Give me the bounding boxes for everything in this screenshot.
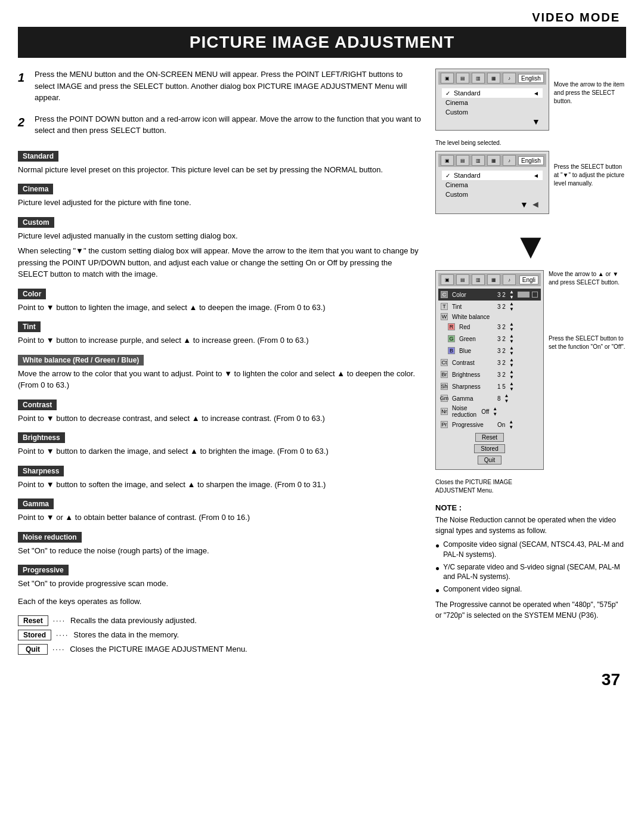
ui-row-contrast: Ct Contrast 3 2 ▲▼	[438, 357, 541, 368]
ui-icon-1b: ▤	[456, 73, 469, 83]
step-2: 2 Press the POINT DOWN button and a red-…	[18, 113, 421, 139]
ui-item-standard-2: ✓ Standard ◄	[442, 171, 543, 180]
label-color: Color	[18, 289, 46, 299]
ui-row-gamma: Gm Gamma 8 ▲▼	[438, 392, 541, 404]
bullet-text-1: Composite video signal (SECAM, NTSC4.43,…	[443, 540, 626, 560]
ui-row-progressive: Pr Progressive On ▲▼	[438, 419, 541, 431]
label-tint: Tint	[18, 321, 41, 332]
bullet-1: ● Composite video signal (SECAM, NTSC4.4…	[435, 540, 626, 560]
ui-icon-2a: ▣	[441, 155, 454, 166]
label-contrast: Contrast	[18, 400, 57, 410]
key-row-stored: Stored ···· Stores the data in the memor…	[18, 630, 421, 640]
ui-box-2: ▣ ▤ ▥ ▦ ♪ English ✓ Standard ◄ Cinema Cu…	[435, 151, 549, 214]
ui-lang-2: English	[518, 156, 544, 165]
text-cinema: Picture level adjusted for the picture w…	[18, 197, 421, 209]
ui-icon-3b: ▤	[456, 274, 469, 285]
bullet-text-3: Component video signal.	[443, 584, 522, 596]
annotation-onoff-text: Press the SELECT button to set the funct…	[549, 335, 626, 351]
text-tint: Point to ▼ button to increase purple, an…	[18, 335, 421, 346]
key-row-quit: Quit ···· Closes the PICTURE IMAGE ADJUS…	[18, 644, 421, 655]
dots-stored: ····	[56, 631, 69, 639]
ui-quit-btn[interactable]: Quit	[478, 456, 501, 465]
ui-item-standard-1: ✓ Standard ◄	[442, 88, 543, 98]
text-noise-reduction: Set "On" to reduce the noise (rough part…	[18, 545, 421, 557]
video-mode-title: VIDEO MODE	[532, 11, 620, 24]
ui-item-custom-2: Custom	[442, 190, 543, 199]
ui-row-tint: T Tint 3 2 ▲▼	[438, 301, 541, 312]
label-cinema: Cinema	[18, 184, 53, 194]
caption-box1: The level being selected.	[435, 139, 549, 147]
section-brightness: Brightness Point to ▼ button to darken t…	[18, 428, 421, 457]
ui-menu-2: ✓ Standard ◄ Cinema Custom ▼ ◄	[438, 169, 546, 211]
stored-button[interactable]: Stored	[18, 630, 51, 640]
ui-icon-3c: ▥	[472, 274, 485, 285]
section-sharpness: Sharpness Point to ▼ button to soften th…	[18, 461, 421, 491]
ui-icon-3e: ♪	[503, 274, 516, 285]
ui-icon-2e: ♪	[503, 155, 516, 166]
main-title: PICTURE IMAGE ADJUSTMENT	[18, 27, 626, 58]
section-tint: Tint Point to ▼ button to increase purpl…	[18, 317, 421, 346]
ui-box-3: ▣ ▤ ▥ ▦ ♪ Engli C Color 3 2 ▲▼	[435, 270, 544, 470]
ui-menubar-2: ▣ ▤ ▥ ▦ ♪ English	[438, 154, 546, 167]
ui-row-wb-header: W White balance	[438, 312, 541, 321]
right-column: ▣ ▤ ▥ ▦ ♪ English ✓ Standard ◄ Cinema Cu…	[435, 69, 626, 658]
quit-button[interactable]: Quit	[18, 644, 48, 655]
each-operates-text: Each of the keys operates as follow.	[18, 597, 421, 606]
text-brightness: Point to ▼ button to darken the image, a…	[18, 445, 421, 457]
bullet-3: ● Component video signal.	[435, 584, 626, 596]
step-1-text: Press the MENU button and the ON-SCREEN …	[35, 69, 421, 104]
label-custom: Custom	[18, 217, 54, 228]
ui-icon-1e: ♪	[503, 73, 516, 83]
ui-icon-2d: ▦	[487, 155, 500, 166]
reset-desc: Recalls the data previously adjusted.	[70, 616, 197, 625]
text-color: Point to ▼ button to lighten the image, …	[18, 302, 421, 314]
section-cinema: Cinema Picture level adjusted for the pi…	[18, 179, 421, 209]
down-arrow-icon: ▼	[513, 228, 548, 264]
ui-row-blue: B Blue 3 2 ▲▼	[438, 345, 541, 357]
ui-box-1: ▣ ▤ ▥ ▦ ♪ English ✓ Standard ◄ Cinema Cu…	[435, 69, 549, 147]
key-rows: Reset ···· Recalls the data previously a…	[18, 615, 421, 655]
bullet-dot-3: ●	[435, 586, 439, 596]
bullet-2: ● Y/C separate video and S-video signal …	[435, 562, 626, 583]
label-progressive: Progressive	[18, 565, 69, 575]
ui-row-sharpness: Sh Sharpness 1 5 ▲▼	[438, 380, 541, 392]
ui-lang-1: English	[518, 74, 544, 83]
label-standard: Standard	[18, 151, 58, 162]
ui-menubar-3: ▣ ▤ ▥ ▦ ♪ Engli	[438, 273, 541, 286]
label-sharpness: Sharpness	[18, 466, 64, 476]
ui-box-2-wrapper: ▣ ▤ ▥ ▦ ♪ English ✓ Standard ◄ Cinema Cu…	[435, 151, 549, 222]
note-section: NOTE : The Noise Reduction cannot be ope…	[435, 503, 626, 621]
step-1: 1 Press the MENU button and the ON-SCREE…	[18, 69, 421, 106]
ui-menu-1: ✓ Standard ◄ Cinema Custom ▼	[438, 87, 546, 128]
ui-row-brightness: Br Brightness 3 2 ▲▼	[438, 368, 541, 380]
ui-btn-row-2: Stored	[438, 444, 541, 453]
section-contrast: Contrast Point to ▼ button to decrease c…	[18, 395, 421, 425]
note-label: NOTE :	[435, 503, 626, 512]
ui-item-custom-1: Custom	[442, 107, 543, 117]
section-white-balance: White balance (Red / Green / Blue) Move …	[18, 350, 421, 391]
text-white-balance: Move the arrow to the color that you wan…	[18, 368, 421, 391]
ui-icon-3d: ▦	[487, 274, 500, 285]
annotation-box2: Press the SELECT button at "▼" to adjust…	[554, 151, 626, 188]
dots-reset: ····	[53, 617, 66, 625]
ui-row-color: C Color 3 2 ▲▼	[438, 289, 541, 301]
note-intro: The Noise Reduction cannot be operated w…	[435, 515, 626, 536]
reset-button[interactable]: Reset	[18, 615, 48, 626]
text-contrast: Point to ▼ button to decrease contrast, …	[18, 413, 421, 425]
ui-reset-btn[interactable]: Reset	[475, 433, 504, 442]
ui-row-red: R Red 3 2 ▲▼	[438, 321, 541, 333]
ui-btn-row-3: Quit	[438, 456, 541, 465]
label-brightness: Brightness	[18, 432, 65, 443]
section-noise-reduction: Noise reduction Set "On" to reduce the n…	[18, 527, 421, 557]
stored-desc: Stores the data in the memory.	[73, 630, 179, 639]
text-custom: Picture level adjusted manually in the c…	[18, 230, 421, 242]
annotation-box3: Move the arrow to ▲ or ▼ and press SELEC…	[549, 270, 626, 351]
ui-stored-btn[interactable]: Stored	[474, 444, 504, 453]
step-number-1: 1	[18, 69, 30, 106]
quit-desc: Closes the PICTURE IMAGE ADJUSTMENT Menu…	[70, 645, 247, 654]
video-mode-header: VIDEO MODE	[0, 0, 644, 27]
text-standard: Normal picture level preset on this proj…	[18, 164, 421, 176]
step-number-2: 2	[18, 113, 30, 139]
step-2-text: Press the POINT DOWN button and a red-ar…	[35, 113, 421, 137]
progressive-note: The Progressive cannot be operated when …	[435, 599, 626, 621]
